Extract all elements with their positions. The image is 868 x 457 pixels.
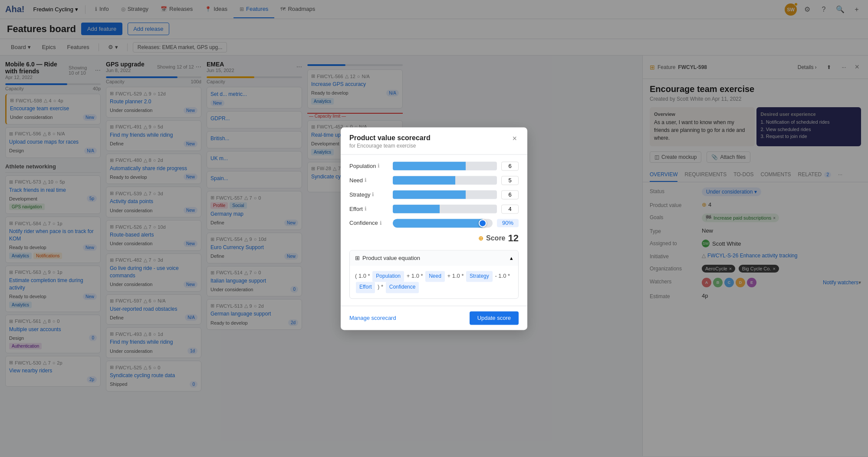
score-label-text-strategy: Strategy — [349, 191, 370, 198]
score-bar-need[interactable] — [393, 176, 497, 184]
modal-footer: Manage scorecard Update score — [341, 306, 527, 330]
modal-body: Population ℹ Need ℹ — [341, 155, 527, 306]
score-label-effort: Effort ℹ — [349, 206, 388, 212]
modal-title-wrap: Product value scorecard for Encourage te… — [349, 134, 431, 149]
score-row-effort: Effort ℹ — [349, 204, 519, 214]
equation-collapse-icon: ▴ — [510, 255, 513, 261]
score-input-strategy[interactable] — [501, 190, 519, 199]
eq-tag-effort: Effort — [356, 282, 375, 293]
population-info-icon[interactable]: ℹ — [378, 163, 380, 169]
strategy-info-icon[interactable]: ℹ — [372, 191, 374, 197]
score-bar-bg-effort — [393, 204, 497, 213]
confidence-value-display: 90% — [497, 219, 519, 227]
equation-header[interactable]: ⊞ Product value equation ▴ — [350, 250, 518, 266]
score-bar-bg-population — [393, 161, 497, 170]
equation-grid-icon: ⊞ — [355, 255, 360, 261]
score-total-num: 12 — [508, 233, 519, 244]
score-label-strategy: Strategy ℹ — [349, 191, 388, 198]
confidence-knob[interactable] — [479, 219, 487, 227]
score-total-label: Score — [486, 234, 505, 242]
score-label-text-effort: Effort — [349, 206, 363, 212]
confidence-bar — [393, 219, 493, 227]
scorecard-modal: Product value scorecard for Encourage te… — [341, 127, 527, 330]
confidence-bar-wrap[interactable] — [393, 219, 493, 227]
confidence-fill — [393, 219, 483, 227]
eq-plus-2: + 1.0 * — [447, 273, 466, 279]
score-input-effort[interactable] — [501, 204, 519, 214]
manage-scorecard-link[interactable]: Manage scorecard — [349, 315, 396, 321]
modal-title: Product value scorecard — [349, 134, 431, 142]
need-info-icon[interactable]: ℹ — [365, 177, 367, 183]
score-bar-bg-need — [393, 176, 497, 184]
modal-close-button[interactable]: × — [510, 134, 519, 143]
score-label-need: Need ℹ — [349, 177, 388, 184]
modal-subtitle: for Encourage team exercise — [349, 143, 431, 149]
score-fill-need — [393, 176, 455, 184]
modal-header: Product value scorecard for Encourage te… — [341, 127, 527, 155]
eq-tag-strategy: Strategy — [466, 271, 493, 282]
score-label-population: Population ℹ — [349, 163, 388, 169]
equation-title: ⊞ Product value equation — [355, 255, 420, 261]
eq-tag-confidence: Confidence — [386, 282, 419, 293]
confidence-info-icon[interactable]: ℹ — [380, 220, 382, 226]
score-fill-population — [393, 161, 466, 170]
eq-tag-need: Need — [425, 271, 445, 282]
score-input-need[interactable] — [501, 176, 519, 185]
score-bar-strategy[interactable] — [393, 190, 497, 199]
score-total-icon: ⊕ — [478, 235, 483, 242]
eq-minus: - 1.0 * — [495, 273, 510, 279]
score-row-population: Population ℹ — [349, 161, 519, 171]
score-bar-population[interactable] — [393, 161, 497, 170]
score-fill-effort — [393, 204, 440, 213]
effort-info-icon[interactable]: ℹ — [365, 206, 367, 212]
score-fill-strategy — [393, 190, 466, 199]
score-row-confidence: Confidence ℹ 90% — [349, 219, 519, 227]
update-score-button[interactable]: Update score — [470, 311, 519, 325]
score-row-need: Need ℹ — [349, 176, 519, 185]
score-bar-bg-strategy — [393, 190, 497, 199]
equation-body: ( 1.0 * Population + 1.0 * Need + 1.0 * … — [350, 266, 518, 298]
eq-close-paren: ) * — [378, 284, 385, 290]
score-bar-effort[interactable] — [393, 204, 497, 213]
score-label-text-population: Population — [349, 163, 376, 169]
score-label-text-confidence: Confidence — [349, 220, 378, 226]
score-row-strategy: Strategy ℹ — [349, 190, 519, 199]
eq-plus-1: + 1.0 * — [407, 273, 425, 279]
score-label-confidence: Confidence ℹ — [349, 220, 388, 226]
eq-tag-population: Population — [372, 271, 404, 282]
score-total: ⊕ Score 12 — [349, 233, 519, 244]
score-label-text-need: Need — [349, 177, 363, 184]
score-input-population[interactable] — [501, 161, 519, 171]
eq-open-paren: ( 1.0 * — [355, 273, 372, 279]
equation-box: ⊞ Product value equation ▴ ( 1.0 * Popul… — [349, 250, 519, 299]
equation-title-text: Product value equation — [362, 255, 420, 261]
